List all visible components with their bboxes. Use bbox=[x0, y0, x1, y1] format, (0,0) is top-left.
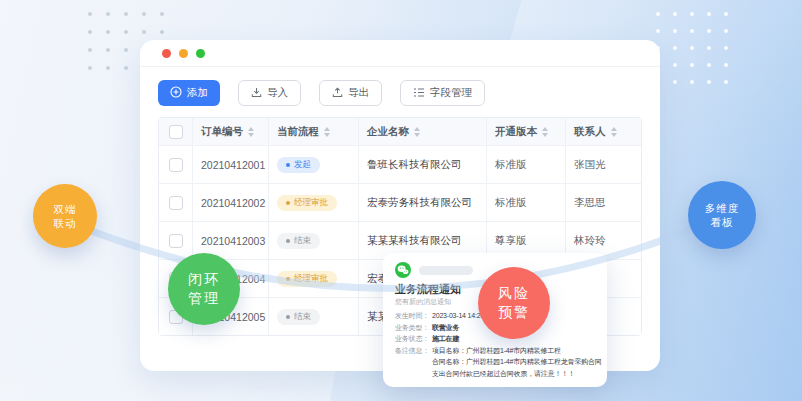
flow-cell: 结束 bbox=[269, 298, 359, 335]
flow-cell: 经理审批 bbox=[269, 260, 359, 297]
tray-arrow-down-icon bbox=[251, 87, 262, 100]
status-dot-icon bbox=[286, 163, 290, 167]
table-header-row: 订单编号当前流程企业名称开通版本联系人 bbox=[159, 118, 641, 146]
contact-cell: 张国光 bbox=[566, 146, 642, 183]
flow-status-label: 经理审批 bbox=[294, 273, 328, 285]
zoom-dot[interactable] bbox=[196, 49, 205, 58]
flow-status-badge: 发起 bbox=[277, 157, 320, 173]
badge-dual-link: 双端 联动 bbox=[33, 184, 97, 248]
export-button-label: 导出 bbox=[348, 86, 369, 100]
status-dot-icon bbox=[286, 239, 290, 243]
field-value: 2023-03-14 14:20 bbox=[432, 310, 484, 322]
flow-status-badge: 经理审批 bbox=[277, 271, 337, 287]
column-header-4[interactable]: 联系人 bbox=[566, 118, 642, 145]
field-label: 业务状态： bbox=[395, 333, 432, 345]
caret-up-down-icon[interactable] bbox=[248, 124, 254, 140]
table-row: 20210412001发起鲁班长科技有限公司标准版张国光 bbox=[159, 146, 641, 184]
column-header-1[interactable]: 当前流程 bbox=[269, 118, 359, 145]
version-cell: 标准版 bbox=[487, 146, 566, 183]
flow-status-badge: 结束 bbox=[277, 309, 320, 325]
status-dot-icon bbox=[286, 277, 290, 281]
caret-up-down-icon[interactable] bbox=[324, 124, 330, 140]
decor-dot-grid-right bbox=[656, 12, 728, 84]
status-dot-icon bbox=[286, 315, 290, 319]
caret-up-down-icon[interactable] bbox=[611, 124, 617, 140]
contact-cell: 李思思 bbox=[566, 184, 642, 221]
flow-cell: 结束 bbox=[269, 222, 359, 259]
order-number-cell: 20210412001 bbox=[193, 146, 269, 183]
company-cell: 鲁班长科技有限公司 bbox=[359, 146, 487, 183]
column-header-3[interactable]: 开通版本 bbox=[487, 118, 566, 145]
flow-status-badge: 经理审批 bbox=[277, 195, 337, 211]
field-label: 发生时间： bbox=[395, 310, 432, 322]
list-lines-icon bbox=[413, 87, 425, 100]
row-checkbox[interactable] bbox=[169, 158, 183, 172]
company-cell: 宏泰劳务科技有限公司 bbox=[359, 184, 487, 221]
close-dot[interactable] bbox=[162, 49, 171, 58]
column-header-label: 企业名称 bbox=[367, 125, 409, 139]
column-header-2[interactable]: 企业名称 bbox=[359, 118, 487, 145]
scene: 添加 导入 导出 bbox=[0, 0, 802, 401]
add-button[interactable]: 添加 bbox=[158, 80, 220, 106]
status-dot-icon bbox=[286, 201, 290, 205]
badge-closed-loop: 闭环 管理 bbox=[168, 253, 240, 325]
flow-cell: 发起 bbox=[269, 146, 359, 183]
row-select-cell bbox=[159, 222, 193, 259]
version-cell: 标准版 bbox=[487, 184, 566, 221]
caret-up-down-icon[interactable] bbox=[542, 124, 548, 140]
flow-status-label: 发起 bbox=[294, 159, 311, 171]
field-management-button-label: 字段管理 bbox=[430, 86, 472, 100]
circle-plus-icon bbox=[170, 86, 182, 100]
remark-line: 支出合同付款已经超过合同收票，请注意！！！ bbox=[432, 368, 602, 380]
notification-remark: 备注信息： 项目名称：广州碧桂园1-4#市内精装修工程合同名称：广州碧桂园1-4… bbox=[395, 345, 595, 380]
field-value: 联营业务 bbox=[432, 322, 459, 334]
flow-status-label: 经理审批 bbox=[294, 197, 328, 209]
remark-line: 合同名称：广州碧桂园1-4#市内精装修工程龙骨采购合同 bbox=[432, 356, 602, 368]
select-all-cell bbox=[159, 118, 193, 145]
row-checkbox[interactable] bbox=[169, 234, 183, 248]
remark-lines: 项目名称：广州碧桂园1-4#市内精装修工程合同名称：广州碧桂园1-4#市内精装修… bbox=[432, 345, 602, 380]
field-label: 业务类型： bbox=[395, 322, 432, 334]
row-checkbox[interactable] bbox=[169, 196, 183, 210]
import-button[interactable]: 导入 bbox=[238, 80, 301, 106]
flow-status-label: 结束 bbox=[294, 235, 311, 247]
export-button[interactable]: 导出 bbox=[319, 80, 382, 106]
select-all-checkbox[interactable] bbox=[169, 125, 183, 139]
minimize-dot[interactable] bbox=[179, 49, 188, 58]
caret-up-down-icon[interactable] bbox=[414, 124, 420, 140]
flow-status-badge: 结束 bbox=[277, 233, 320, 249]
table-row: 20210412002经理审批宏泰劳务科技有限公司标准版李思思 bbox=[159, 184, 641, 222]
add-button-label: 添加 bbox=[187, 86, 208, 100]
column-header-label: 联系人 bbox=[574, 125, 606, 139]
import-button-label: 导入 bbox=[267, 86, 288, 100]
column-header-label: 开通版本 bbox=[495, 125, 537, 139]
window-titlebar bbox=[140, 40, 660, 67]
field-management-button[interactable]: 字段管理 bbox=[400, 80, 485, 106]
column-header-label: 当前流程 bbox=[277, 125, 319, 139]
row-select-cell bbox=[159, 146, 193, 183]
remark-label: 备注信息： bbox=[395, 345, 432, 380]
notification-field-row: 业务状态：施工在建 bbox=[395, 333, 595, 345]
wechat-bubble-icon bbox=[395, 262, 411, 278]
flow-status-label: 结束 bbox=[294, 311, 311, 323]
badge-multi-board: 多维度 看板 bbox=[688, 181, 756, 249]
column-header-0[interactable]: 订单编号 bbox=[193, 118, 269, 145]
order-number-cell: 20210412002 bbox=[193, 184, 269, 221]
toolbar: 添加 导入 导出 bbox=[158, 80, 642, 106]
column-header-label: 订单编号 bbox=[201, 125, 243, 139]
tray-arrow-up-icon bbox=[332, 87, 343, 100]
row-select-cell bbox=[159, 184, 193, 221]
flow-cell: 经理审批 bbox=[269, 184, 359, 221]
sender-placeholder bbox=[419, 266, 473, 275]
remark-line: 项目名称：广州碧桂园1-4#市内精装修工程 bbox=[432, 345, 602, 357]
field-value: 施工在建 bbox=[432, 333, 459, 345]
badge-risk-alert: 风险 预警 bbox=[478, 267, 550, 339]
